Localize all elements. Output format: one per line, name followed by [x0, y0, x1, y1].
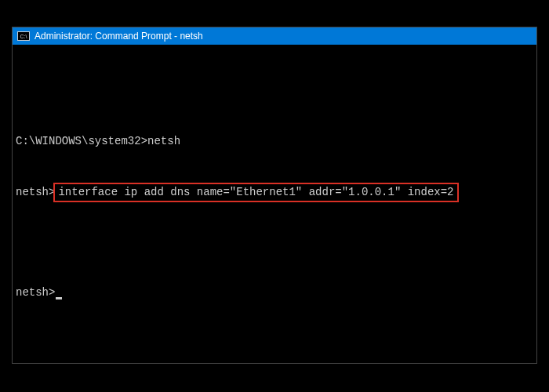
cmd-icon: C:\: [17, 31, 30, 41]
highlighted-command: interface ip add dns name="Ethernet1" ad…: [53, 183, 458, 202]
terminal-output[interactable]: C:\WINDOWS\system32>netsh netsh>interfac…: [13, 45, 536, 363]
prompt-text: netsh>: [16, 286, 55, 299]
prompt-text: netsh>: [16, 186, 55, 198]
command-prompt-window: C:\ Administrator: Command Prompt - nets…: [12, 27, 537, 364]
command-text: interface ip add dns name="Ethernet1" ad…: [58, 186, 453, 198]
cursor-icon: [56, 297, 62, 299]
terminal-line: netsh>: [16, 285, 533, 301]
window-title: Administrator: Command Prompt - netsh: [35, 31, 203, 42]
command-text: netsh: [147, 135, 180, 147]
terminal-line: C:\WINDOWS\system32>netsh: [16, 133, 533, 150]
prompt-text: C:\WINDOWS\system32>: [16, 135, 147, 147]
terminal-line: netsh>interface ip add dns name="Etherne…: [16, 183, 533, 202]
titlebar[interactable]: C:\ Administrator: Command Prompt - nets…: [13, 27, 536, 45]
